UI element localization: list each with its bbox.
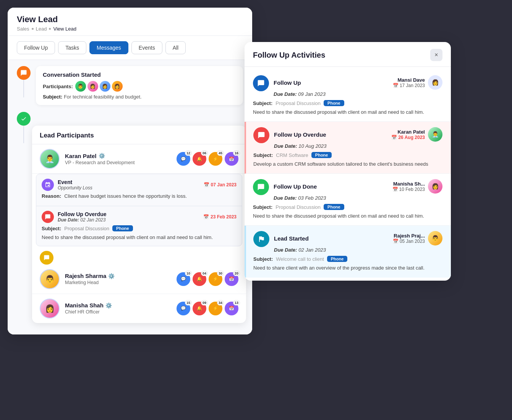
karan-followup-date: 📅 23 Feb 2023 [203, 214, 237, 220]
tab-tasks[interactable]: Tasks [58, 41, 86, 54]
person-date-3: 📅 10 Feb 2023 [392, 187, 425, 192]
fa-type-2: Follow Up Overdue [274, 131, 326, 138]
tab-events[interactable]: Events [131, 41, 162, 54]
breadcrumb-lead: Lead [36, 26, 47, 32]
badge-karan-blue: 💬12 [177, 152, 190, 166]
fa-due-2: Due Date: 10 Aug 2023 [274, 143, 442, 149]
fa-desc-3: Need to share the discussed proposal wit… [253, 212, 442, 220]
lead-participants-card: Lead Participants 👨‍💼 Karan Patel ⚙️ VP … [32, 126, 246, 323]
karan-followup-icon [42, 211, 54, 223]
lead-participants-header: Lead Participants [32, 126, 246, 144]
karan-event-reason: Reason: Client have budget issues hence … [42, 193, 237, 199]
timeline-dot-yellow [40, 251, 53, 265]
conversation-title: Conversation Started [43, 71, 236, 78]
karan-event-title-row: Event Opportunity Loss [58, 179, 200, 191]
participants-label: Participants: [43, 84, 73, 89]
page-title: View Lead [17, 15, 243, 24]
fa-title-line-4: Lead Started Rajesh Praj... 📅 05 Jan 202… [274, 231, 442, 246]
badge-num-karan-1: 12 [185, 150, 192, 156]
badge-manisha-red: 🔔09 [193, 302, 206, 315]
avatar-p2: 👩 [87, 81, 98, 92]
breadcrumb-sales: Sales [17, 26, 29, 32]
tab-all[interactable]: All [165, 41, 186, 54]
conversation-card: Conversation Started Participants: 👨 👩 👩… [36, 66, 243, 105]
settings-icon-rajesh[interactable]: ⚙️ [108, 273, 114, 279]
fa-subject-4: Subject: Welcome call to client Phone [253, 256, 442, 262]
lead-participants-wrapper: Lead Participants 👨‍💼 Karan Patel ⚙️ VP … [36, 126, 243, 323]
participant-avatars: 👨 👩 👩 👩 [75, 81, 123, 92]
avatar-p1: 👨 [75, 81, 86, 92]
person-info-1: Mansi Dave 📅 17 Jan 2023 [393, 77, 425, 88]
settings-icon-karan[interactable]: ⚙️ [99, 153, 105, 159]
fa-due-4: Due Date: 02 Jan 2023 [274, 247, 442, 253]
timeline-line-2 [23, 126, 24, 143]
karan-event-title: Event [58, 179, 200, 185]
close-button[interactable]: × [430, 49, 442, 61]
avatar-manisha: 👩 [40, 299, 60, 318]
badge-num-karan-4: 16 [233, 150, 240, 156]
fa-person-3: Manisha Sh... 📅 10 Feb 2023 👩 [392, 179, 442, 194]
fa-subject-3: Subject: Proposal Discussion Phone [253, 204, 442, 210]
karan-followup-title: Follow Up Overdue [58, 211, 199, 217]
fa-item-2: Follow Up Overdue Karan Patel 📅 26 Aug 2… [245, 122, 451, 174]
timeline-line-1 [23, 80, 24, 97]
timeline-area: Conversation Started Participants: 👨 👩 👩… [8, 60, 252, 334]
karan-event-subtitle: Opportunity Loss [58, 185, 200, 191]
followup-title: Follow Up Activities [253, 51, 325, 60]
fa-main-1: Follow Up Mansi Dave 📅 17 Jan 2023 👩 [274, 75, 442, 97]
breadcrumb-view-lead: View Lead [53, 26, 76, 32]
manisha-role: Chief HR Officer [65, 309, 171, 315]
fa-icon-3 [253, 179, 269, 195]
fa-person-2: Karan Patel 📅 26 Aug 2023 👨‍💼 [391, 127, 442, 142]
settings-icon-manisha[interactable]: ⚙️ [105, 302, 112, 309]
badge-rajesh-red: 🔔04 [193, 272, 206, 286]
karan-event-header: Event Opportunity Loss 📅 07 Jan 2023 [42, 179, 237, 191]
badge-rajesh-blue: 💬10 [177, 272, 190, 286]
badge-manisha-purple: 📅13 [225, 302, 238, 315]
person-info-2: Karan Patel 📅 26 Aug 2023 [391, 129, 425, 140]
karan-activities: Event Opportunity Loss 📅 07 Jan 2023 Rea… [36, 174, 242, 246]
person-name-1: Mansi Dave [393, 77, 425, 83]
timeline-dot-conversation [17, 66, 31, 80]
karan-info: Karan Patel ⚙️ VP - Research and Develop… [65, 153, 171, 165]
badge-num-karan-3: 45 [217, 150, 224, 156]
karan-followup-header: Follow Up Overdue Due Date: 02 Jan 2023 … [42, 211, 237, 223]
badge-manisha-blue: 💬15 [177, 302, 190, 315]
fa-title-line-2: Follow Up Overdue Karan Patel 📅 26 Aug 2… [274, 127, 442, 142]
breadcrumb-dot-1 [32, 28, 34, 30]
participant-rajesh: 👨 Rajesh Sharma ⚙️ Marketing Head 💬10 [32, 265, 246, 294]
person-avatar-3: 👩 [428, 179, 442, 194]
karan-badges: 💬12 🔔06 ⚡45 📅16 [177, 152, 238, 166]
fa-main-3: Follow Up Done Manisha Sh... 📅 10 Feb 20… [274, 179, 442, 201]
followup-activities-list: Follow Up Mansi Dave 📅 17 Jan 2023 👩 [245, 67, 451, 281]
person-avatar-2: 👨‍💼 [428, 127, 442, 142]
avatar-p3: 👩 [100, 81, 110, 92]
manisha-info: Manisha Shah ⚙️ Chief HR Officer [65, 302, 171, 315]
rajesh-role: Marketing Head [65, 280, 171, 285]
fa-type-4: Lead Started [274, 235, 309, 242]
fa-person-1: Mansi Dave 📅 17 Jan 2023 👩 [393, 75, 442, 90]
timeline-item-yellow [32, 251, 246, 265]
badge-karan-red: 🔔06 [193, 152, 206, 166]
tab-messages[interactable]: Messages [89, 41, 128, 54]
karan-followup-due: Due Date: 02 Jan 2023 [58, 217, 199, 223]
tab-follow-up[interactable]: Follow Up [17, 41, 55, 54]
person-date-4: 📅 05 Jan 2023 [393, 239, 425, 244]
timeline-item-conversation: Conversation Started Participants: 👨 👩 👩… [17, 66, 243, 105]
karan-event-icon [42, 179, 54, 191]
phone-badge-fa-4: Phone [327, 256, 348, 262]
avatar-p4: 👩 [112, 81, 123, 92]
fa-top-row-2: Follow Up Overdue Karan Patel 📅 26 Aug 2… [253, 127, 442, 149]
karan-followup-title-row: Follow Up Overdue Due Date: 02 Jan 2023 [58, 211, 199, 223]
karan-name: Karan Patel ⚙️ [65, 153, 171, 159]
timeline-dot-green [17, 112, 31, 126]
badge-karan-purple: 📅16 [225, 152, 238, 166]
badge-rajesh-amber: ⚡30 [209, 272, 222, 286]
phone-badge-fa-2: Phone [311, 152, 332, 158]
fa-main-4: Lead Started Rajesh Praj... 📅 05 Jan 202… [274, 231, 442, 253]
fa-desc-4: Need to share client with an overview of… [253, 264, 442, 272]
person-name-3: Manisha Sh... [392, 181, 425, 187]
karan-role: VP - Research and Development [65, 160, 171, 165]
manisha-name: Manisha Shah ⚙️ [65, 302, 171, 309]
fa-icon-1 [253, 75, 269, 91]
